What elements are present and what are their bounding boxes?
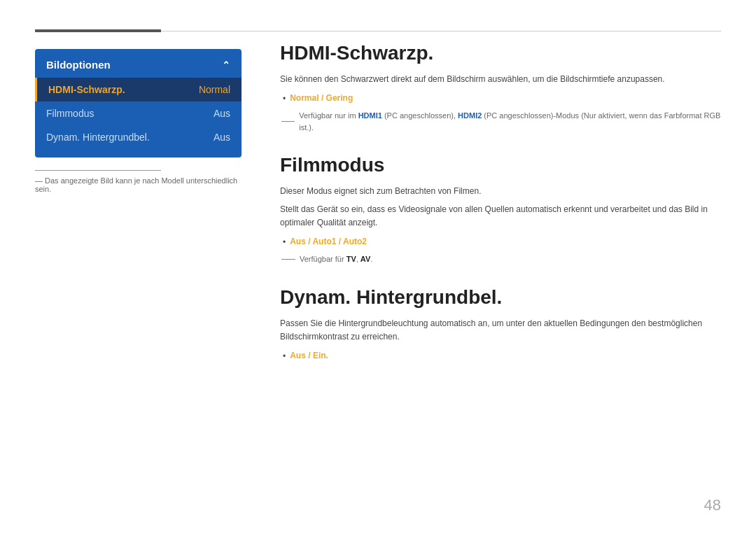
film-note-text: Verfügbar für TV, AV. — [300, 253, 372, 265]
hdmi-bullet-text: Normal / Gering — [290, 92, 353, 105]
tv-highlight: TV — [346, 255, 356, 263]
dynam-bullet: • Aus / Ein. — [283, 349, 721, 363]
section-hdmi-title: HDMI-Schwarzp. — [280, 42, 721, 64]
hdmi2-highlight: HDMI2 — [458, 111, 482, 120]
left-panel: Bildoptionen ⌃ HDMI-Schwarzp. Normal Fil… — [35, 49, 241, 193]
chevron-up-icon: ⌃ — [222, 59, 230, 71]
film-note: Verfügbar für TV, AV. — [281, 253, 721, 265]
section-film-desc2: Stellt das Gerät so ein, dass es Videosi… — [280, 203, 721, 230]
dynam-bullet-dot-icon: • — [283, 350, 286, 363]
film-bullet: • Aus / Auto1 / Auto2 — [283, 235, 721, 249]
menu-item-dynam[interactable]: Dynam. Hintergrundbel. Aus — [35, 125, 241, 149]
hdmi-note-text: Verfügbar nur im HDMI1 (PC angeschlossen… — [299, 110, 721, 133]
section-film: Filmmodus Dieser Modus eignet sich zum B… — [280, 154, 721, 265]
section-film-body: Dieser Modus eignet sich zum Betrachten … — [280, 185, 721, 265]
footnote-text: ― Das angezeigte Bild kann je nach Model… — [35, 176, 241, 193]
section-dynam-title: Dynam. Hintergrundbel. — [280, 286, 721, 309]
section-hdmi-body: Sie können den Schwarzwert direkt auf de… — [280, 73, 721, 133]
menu-item-film[interactable]: Filmmodus Aus — [35, 101, 241, 125]
right-content: HDMI-Schwarzp. Sie können den Schwarzwer… — [280, 42, 721, 384]
film-bullet-text: Aus / Auto1 / Auto2 — [290, 235, 367, 248]
menu-header: Bildoptionen ⌃ — [35, 55, 241, 78]
section-dynam-body: Passen Sie die Hintergrundbeleuchtung au… — [280, 317, 721, 364]
menu-title: Bildoptionen — [46, 59, 111, 71]
hdmi-note: Verfügbar nur im HDMI1 (PC angeschlossen… — [281, 110, 721, 133]
dynam-bullet-text: Aus / Ein. — [290, 349, 328, 363]
page-number: 48 — [704, 496, 721, 514]
menu-item-hdmi-label: HDMI-Schwarzp. — [48, 84, 125, 95]
section-film-desc1: Dieser Modus eignet sich zum Betrachten … — [280, 185, 721, 198]
footnote-divider — [35, 170, 161, 171]
menu-item-dynam-value: Aus — [214, 132, 230, 143]
top-decorative-lines — [35, 29, 721, 32]
section-film-title: Filmmodus — [280, 154, 721, 176]
section-dynam-description: Passen Sie die Hintergrundbeleuchtung au… — [280, 317, 721, 344]
top-line-thin — [161, 31, 721, 31]
section-hdmi-description: Sie können den Schwarzwert direkt auf de… — [280, 73, 721, 86]
top-line-thick — [35, 29, 161, 32]
film-bullet-dot-icon: • — [283, 236, 286, 249]
menu-box: Bildoptionen ⌃ HDMI-Schwarzp. Normal Fil… — [35, 49, 241, 157]
av-highlight: AV — [360, 255, 370, 263]
hdmi1-highlight: HDMI1 — [358, 111, 382, 120]
section-hdmi: HDMI-Schwarzp. Sie können den Schwarzwer… — [280, 42, 721, 133]
menu-item-film-value: Aus — [214, 108, 230, 119]
menu-item-hdmi[interactable]: HDMI-Schwarzp. Normal — [35, 78, 241, 101]
bullet-dot-icon: • — [283, 92, 286, 106]
hdmi-bullet: • Normal / Gering — [283, 92, 721, 106]
menu-item-dynam-label: Dynam. Hintergrundbel. — [46, 132, 150, 143]
menu-item-film-label: Filmmodus — [46, 108, 94, 119]
section-dynam: Dynam. Hintergrundbel. Passen Sie die Hi… — [280, 286, 721, 364]
menu-item-hdmi-value: Normal — [199, 84, 230, 95]
